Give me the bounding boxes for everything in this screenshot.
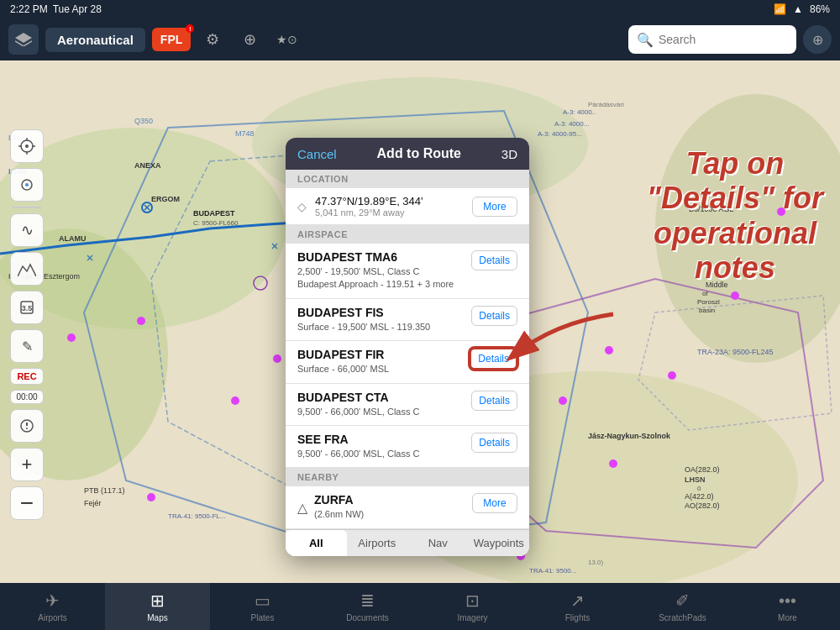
status-bar: 2:22 PM Tue Apr 28 📶 ▲ 86%	[0, 0, 840, 18]
svg-point-59	[609, 459, 617, 468]
svg-text:PTB (117.1): PTB (117.1)	[84, 486, 125, 495]
airspace-section-header: AIRSPACE	[286, 225, 529, 244]
edit-button[interactable]: ✎	[10, 329, 44, 363]
documents-icon: ≣	[360, 591, 375, 611]
airspace-details-button-0[interactable]: Details	[471, 250, 517, 270]
airspace-details-button-4[interactable]: Details	[471, 433, 517, 453]
svg-text:TRA-41: 9500-FL...: TRA-41: 9500-FL...	[168, 512, 225, 520]
svg-point-53	[231, 396, 239, 405]
date-display: Tue Apr 28	[53, 3, 102, 15]
airspace-sub1-3: 9,500' - 66,000' MSL, Class C	[297, 406, 465, 418]
svg-point-60	[668, 371, 676, 380]
search-box[interactable]: 🔍	[628, 25, 796, 54]
svg-text:TRA-23A: 9500-FL245: TRA-23A: 9500-FL245	[697, 348, 774, 356]
svg-text:LHSN: LHSN	[685, 475, 706, 484]
svg-text:Jász-Nagykun-Szolnok: Jász-Nagykun-Szolnok	[588, 432, 671, 440]
globe-button[interactable]: ⊕	[234, 24, 265, 55]
tab-maps[interactable]: ⊞ Maps	[105, 583, 210, 630]
filter-tab-airports[interactable]: Airports	[347, 530, 408, 556]
more-icon: •••	[779, 591, 796, 611]
svg-text:OA(282.0): OA(282.0)	[685, 465, 720, 474]
airspace-title-4: SEE FRA	[297, 433, 465, 446]
airspace-item-2: BUDAPEST FIR Surface - 66,000' MSL Detai…	[286, 341, 529, 383]
favorites-button[interactable]: ★⊙	[271, 24, 302, 55]
nearby-sub-0: (2.6nm NW)	[314, 508, 364, 521]
tab-imagery[interactable]: ⊡ Imagery	[420, 583, 525, 630]
fpl-button[interactable]: FPL !	[152, 28, 191, 51]
svg-point-52	[137, 317, 145, 325]
svg-text:ALAMU: ALAMU	[59, 234, 87, 243]
svg-text:0: 0	[697, 485, 701, 492]
svg-text:A-3: 4000..: A-3: 4000..	[563, 108, 596, 116]
tools-button[interactable]	[10, 409, 44, 443]
airports-icon: ✈	[45, 591, 60, 611]
route-button[interactable]: ∿	[10, 213, 44, 247]
svg-text:Poroszl: Poroszl	[697, 298, 720, 306]
modal-dialog: Cancel Add to Route 3D LOCATION ◇ 47.37°…	[286, 138, 529, 556]
nearby-more-button-0[interactable]: More	[472, 493, 517, 513]
svg-point-54	[273, 354, 281, 363]
svg-text:of: of	[702, 290, 708, 297]
filter-tab-all[interactable]: All	[286, 530, 347, 556]
rec-button[interactable]: REC	[10, 368, 44, 385]
tab-scratchpads[interactable]: ✐ ScratchPads	[630, 583, 735, 630]
svg-text:A-3: 4000...: A-3: 4000...	[554, 120, 589, 128]
tab-documents[interactable]: ≣ Documents	[315, 583, 420, 630]
terrain-button[interactable]	[10, 252, 44, 286]
svg-text:BUDAPEST: BUDAPEST	[193, 209, 235, 218]
gps-button[interactable]	[10, 129, 44, 163]
status-left: 2:22 PM Tue Apr 28	[10, 3, 102, 15]
airspace-details-button-2[interactable]: Details	[470, 348, 517, 370]
locate-button[interactable]	[10, 168, 44, 202]
svg-text:TRA-41: 9500...: TRA-41: 9500...	[529, 567, 576, 575]
airspace-item-3: BUDAPEST CTA 9,500' - 66,000' MSL, Class…	[286, 384, 529, 426]
tab-flights[interactable]: ↗ Flights	[525, 583, 630, 630]
settings-button[interactable]: ⚙	[197, 24, 228, 55]
svg-point-58	[559, 396, 567, 405]
airspace-sub1-2: Surface - 66,000' MSL	[297, 363, 463, 375]
airspace-details-button-1[interactable]: Details	[471, 306, 517, 326]
filter-tab-nav[interactable]: Nav	[407, 530, 469, 556]
search-input[interactable]	[659, 33, 788, 46]
layers-button[interactable]	[8, 24, 39, 55]
zoom-in-button[interactable]: +	[10, 448, 44, 481]
tab-more[interactable]: ••• More	[735, 583, 840, 630]
airspace-sub1-0: 2,500' - 19,500' MSL, Class C	[297, 265, 465, 278]
zurfa-icon: △	[297, 500, 307, 516]
airspace-sub2-0: Budapest Approach - 119.51 + 3 more	[297, 278, 465, 291]
airspace-item-1: BUDAPEST FIS Surface - 19,500' MSL - 119…	[286, 299, 529, 341]
airspace-sub1-1: Surface - 19,500' MSL - 119.350	[297, 321, 465, 333]
map-type-title: Aeronautical	[45, 28, 145, 52]
modal-3d-button[interactable]: 3D	[501, 147, 517, 161]
status-right: 📶 ▲ 86%	[774, 3, 830, 15]
svg-text:3.5: 3.5	[22, 304, 33, 312]
fpl-badge: !	[186, 24, 194, 33]
svg-text:13.0): 13.0)	[588, 559, 604, 566]
svg-text:ANEXA: ANEXA	[134, 161, 161, 170]
tab-plates[interactable]: ▭ Plates	[210, 583, 315, 630]
svg-text:Middle: Middle	[706, 281, 728, 289]
airspace-details-button-3[interactable]: Details	[471, 391, 517, 411]
search-globe-button[interactable]: ⊕	[803, 25, 832, 54]
tab-flights-label: Flights	[565, 613, 590, 622]
airspace-button[interactable]: 3.5	[10, 291, 44, 324]
location-more-button[interactable]: More	[472, 197, 517, 217]
svg-text:AO(282.0): AO(282.0)	[685, 501, 720, 510]
nav-bar: Aeronautical FPL ! ⚙ ⊕ ★⊙ 🔍 ⊕	[0, 18, 840, 60]
nearby-section-header: NEARBY	[286, 468, 529, 486]
plates-icon: ▭	[255, 591, 270, 611]
tab-airports[interactable]: ✈ Airports	[0, 583, 105, 630]
zoom-out-button[interactable]: −	[10, 486, 44, 520]
timer-button[interactable]: 00:00	[10, 390, 44, 404]
scratchpads-icon: ✐	[675, 591, 690, 611]
location-section-header: LOCATION	[286, 170, 529, 188]
modal-header: Cancel Add to Route 3D	[286, 138, 529, 170]
line-separator	[12, 207, 42, 208]
filter-tab-waypoints[interactable]: Waypoints	[469, 530, 530, 556]
map-area[interactable]: C: 9500-FL660 M748 Q350 L140 L616 BUDAPE…	[0, 60, 840, 583]
tab-more-label: More	[778, 613, 797, 622]
modal-title: Add to Route	[377, 146, 461, 161]
svg-text:B6/1000 AGL: B6/1000 AGL	[689, 205, 734, 213]
modal-cancel-button[interactable]: Cancel	[297, 147, 337, 161]
svg-point-62	[777, 207, 785, 216]
